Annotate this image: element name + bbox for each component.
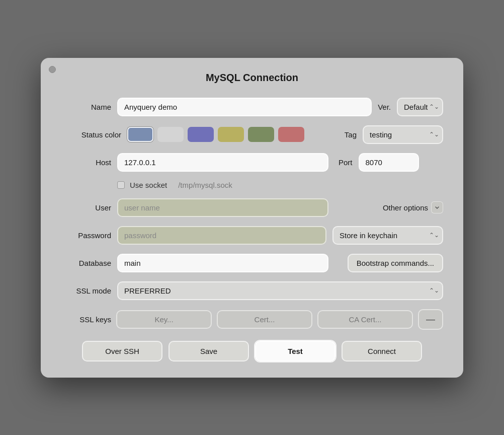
socket-row: Use socket /tmp/mysql.sock <box>61 181 443 189</box>
other-options-label: Other options <box>383 203 428 212</box>
save-label: Save <box>200 347 217 355</box>
ssl-mode-label: SSL mode <box>61 286 111 295</box>
ssl-mode-select-wrapper: PREFERRED DISABLED REQUIRED VERIFY_CA VE… <box>117 281 443 300</box>
ssl-ca-cert-label: CA Cert... <box>349 315 381 324</box>
color-swatch-gray[interactable] <box>157 127 184 142</box>
color-swatches <box>127 127 304 142</box>
ssl-mode-select[interactable]: PREFERRED DISABLED REQUIRED VERIFY_CA VE… <box>117 281 443 300</box>
keychain-select[interactable]: Store in keychain Ask every time Do not … <box>332 226 443 245</box>
color-swatch-red[interactable] <box>278 127 304 142</box>
user-input[interactable] <box>117 198 328 217</box>
color-swatch-purple[interactable] <box>188 127 214 142</box>
status-color-label: Status color <box>61 130 121 139</box>
ssl-key-button[interactable]: Key... <box>116 310 212 329</box>
dialog-title: MySQL Connection <box>61 72 443 84</box>
ssl-mode-row: SSL mode PREFERRED DISABLED REQUIRED VER… <box>61 281 443 300</box>
color-swatch-blue[interactable] <box>127 127 153 142</box>
test-label: Test <box>288 347 303 355</box>
bootstrap-commands-button[interactable]: Bootstrap commands... <box>348 254 443 272</box>
mysql-connection-dialog: MySQL Connection Name Ver. Default 5.7 8… <box>41 58 463 378</box>
port-input[interactable] <box>359 153 419 172</box>
bootstrap-label: Bootstrap commands... <box>357 259 434 267</box>
bottom-buttons-row: Over SSH Save Test Connect <box>61 341 443 361</box>
tag-select[interactable]: testing production development staging <box>363 125 443 144</box>
ssl-cert-button[interactable]: Cert... <box>217 310 312 329</box>
over-ssh-button[interactable]: Over SSH <box>82 341 162 361</box>
tag-label: Tag <box>345 130 357 139</box>
socket-label: Use socket <box>130 181 167 189</box>
password-label: Password <box>61 231 111 240</box>
ssl-cert-label: Cert... <box>255 315 275 324</box>
other-options-chevron-icon <box>431 201 443 213</box>
ssl-dash-button[interactable]: — <box>418 309 443 330</box>
ssl-keys-row: SSL keys Key... Cert... CA Cert... — <box>61 309 443 330</box>
name-row: Name Ver. Default 5.7 8.0 ⌃⌄ <box>61 98 443 116</box>
host-input[interactable] <box>117 153 328 172</box>
ver-label: Ver. <box>378 103 391 111</box>
database-label: Database <box>61 259 111 267</box>
port-label: Port <box>339 158 353 167</box>
connect-button[interactable]: Connect <box>342 341 422 361</box>
name-input[interactable] <box>117 98 372 116</box>
socket-path: /tmp/mysql.sock <box>178 181 232 189</box>
ssl-ca-cert-button[interactable]: CA Cert... <box>317 310 413 329</box>
password-row: Password Store in keychain Ask every tim… <box>61 226 443 245</box>
over-ssh-label: Over SSH <box>105 347 139 355</box>
ssl-keys-label: SSL keys <box>61 315 111 324</box>
color-swatch-olive[interactable] <box>218 127 244 142</box>
color-swatch-green[interactable] <box>248 127 274 142</box>
database-row: Database Bootstrap commands... <box>61 254 443 272</box>
tag-select-wrapper: testing production development staging ⌃… <box>363 125 443 144</box>
user-row: User Other options <box>61 198 443 217</box>
keychain-select-wrapper: Store in keychain Ask every time Do not … <box>332 226 443 245</box>
other-options-button[interactable]: Other options <box>383 201 443 213</box>
test-button[interactable]: Test <box>255 341 335 361</box>
use-socket-checkbox[interactable] <box>117 181 125 189</box>
status-color-row: Status color Tag testing production deve… <box>61 125 443 144</box>
form-grid: Name Ver. Default 5.7 8.0 ⌃⌄ Status colo… <box>61 98 443 330</box>
password-input[interactable] <box>117 226 326 245</box>
ver-select-wrapper: Default 5.7 8.0 ⌃⌄ <box>397 98 443 116</box>
host-row: Host Port <box>61 153 443 172</box>
save-button[interactable]: Save <box>169 341 249 361</box>
ssl-key-label: Key... <box>154 315 173 324</box>
name-label: Name <box>61 103 111 111</box>
user-label: User <box>61 203 111 212</box>
ssl-dash-label: — <box>426 314 435 324</box>
host-label: Host <box>61 158 111 167</box>
connect-label: Connect <box>368 347 396 355</box>
database-input[interactable] <box>117 254 328 272</box>
ver-select[interactable]: Default 5.7 8.0 <box>397 98 443 116</box>
traffic-light-close[interactable] <box>49 66 56 73</box>
